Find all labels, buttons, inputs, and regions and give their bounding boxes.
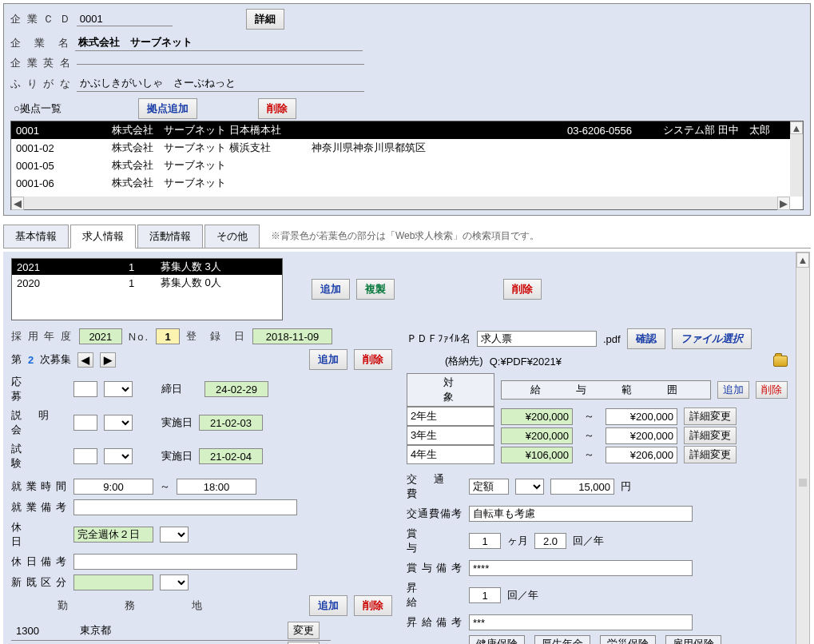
salary-detail-button[interactable]: 詳細変更 [684, 446, 737, 463]
table-row[interactable]: 0001-02株式会社 サーブネット 横浜支社神奈川県神奈川県都筑区 [11, 139, 803, 157]
location-table[interactable]: 1300東京都変更3300岡山県変更3400広島県変更 [11, 621, 331, 644]
table-row[interactable]: 3300岡山県変更 [11, 641, 331, 645]
regdate-label: 登 録 日 [186, 329, 246, 344]
scroll-right-icon[interactable]: ▶ [777, 197, 790, 210]
bonus-months[interactable] [469, 533, 501, 549]
deadline-field[interactable] [204, 381, 268, 397]
table-row[interactable]: 1300東京都変更 [11, 621, 331, 641]
rec-pre: 第 [11, 352, 22, 367]
loc-del-button[interactable]: 削除 [354, 595, 392, 616]
company-name: 株式会社 サーブネット [75, 34, 363, 51]
salary-row: 4年生¥106,000～¥206,000詳細変更 [407, 445, 788, 464]
scroll-left-icon[interactable]: ◀ [11, 197, 24, 210]
trans-type-select[interactable] [515, 479, 544, 495]
raise-times[interactable] [469, 587, 501, 603]
outer-scroll-up-icon[interactable]: ▲ [796, 252, 809, 268]
salary-from: ¥200,000 [501, 408, 573, 425]
holiday-field[interactable] [73, 527, 153, 543]
company-code-label: 企 業 Ｃ Ｄ [10, 12, 72, 26]
newret-select[interactable] [160, 574, 189, 590]
insurance-item: 雇用保険 [665, 635, 721, 644]
table-row[interactable]: 0001-05株式会社 サーブネット [11, 157, 803, 174]
loc-add-button[interactable]: 追加 [309, 595, 347, 616]
regdate-field[interactable] [252, 328, 332, 344]
brief-input[interactable] [73, 415, 97, 431]
pdf-choose-button[interactable]: ファイル選択 [672, 328, 752, 349]
salary-to: ¥206,000 [606, 447, 677, 463]
branch-scroll-y[interactable]: ▲ [790, 121, 803, 197]
tab-other[interactable]: その他 [204, 225, 260, 248]
table-row[interactable]: 20201募集人数 0人 [12, 275, 282, 291]
holiday-note[interactable] [73, 554, 297, 570]
salary-detail-button[interactable]: 詳細変更 [684, 407, 737, 425]
trans-type[interactable] [469, 479, 509, 495]
trans-note[interactable] [469, 506, 693, 522]
rec-next-button[interactable]: ▶ [100, 352, 116, 368]
brief-select[interactable] [104, 415, 133, 431]
salary-add-button[interactable]: 追加 [717, 381, 749, 399]
tab-basic[interactable]: 基本情報 [3, 225, 69, 248]
outer-scroll-grip-icon[interactable] [799, 479, 807, 487]
exam-date-label: 実施日 [161, 449, 193, 463]
branch-scroll-x[interactable]: ◀ ▶ [11, 197, 790, 209]
loc-change-button[interactable]: 変更 [288, 622, 320, 639]
newret-field[interactable] [73, 574, 153, 590]
salary-target-h: 対 象 [407, 373, 494, 407]
newret-label: 新 既 区 分 [11, 575, 67, 590]
salary-detail-button[interactable]: 詳細変更 [684, 427, 737, 444]
bonus-note[interactable] [469, 560, 693, 576]
insurance-item: 厚生年金 [534, 635, 590, 644]
bonus-times[interactable] [534, 533, 566, 549]
exam-input[interactable] [73, 448, 97, 464]
company-kana: かぶしきがいしゃ さーぶねっと [77, 75, 364, 92]
posting-add-button[interactable]: 追加 [312, 279, 350, 300]
no-field[interactable] [156, 328, 180, 344]
branch-grid[interactable]: 0001株式会社 サーブネット 日本橋本社03-6206-0556システム部 田… [10, 121, 804, 210]
insurance-label: 雇用保険 [665, 635, 721, 644]
outer-scrollbar[interactable]: ▲ ▼ [796, 252, 810, 644]
table-row[interactable]: 0001-06株式会社 サーブネット [11, 174, 803, 192]
rec-prev-button[interactable]: ◀ [77, 352, 93, 368]
exam-select[interactable] [104, 448, 133, 464]
branch-add-button[interactable]: 拠点追加 [138, 98, 197, 119]
posting-del-button[interactable]: 削除 [503, 279, 542, 300]
year-label: 採 用 年 度 [11, 329, 73, 344]
bonus-label: 賞 与 [407, 527, 463, 555]
rec-add-button[interactable]: 追加 [309, 349, 347, 370]
tab-activity[interactable]: 活動情報 [137, 225, 203, 248]
holiday-select[interactable] [160, 527, 189, 543]
work-note[interactable] [73, 499, 297, 515]
branch-delete-button[interactable]: 削除 [258, 98, 296, 119]
salary-del-button[interactable]: 削除 [756, 381, 788, 399]
salary-target: 4年生 [407, 445, 494, 464]
company-detail-button[interactable]: 詳細 [246, 9, 284, 30]
trans-amount[interactable] [550, 479, 614, 495]
raise-note-label: 昇 給 備 考 [407, 615, 463, 630]
work-to[interactable] [177, 479, 256, 495]
insurance-label: 労災保険 [600, 635, 656, 644]
table-row[interactable]: 20211募集人数 3人 [12, 259, 282, 275]
tab-note: ※背景色が若葉色の部分は「Web求人検索」の検索項目です。 [271, 229, 539, 243]
pdf-confirm-button[interactable]: 確認 [627, 328, 665, 349]
rec-del-button[interactable]: 削除 [354, 349, 392, 370]
salary-target: 3年生 [407, 426, 494, 445]
brief-date-field[interactable] [199, 415, 263, 431]
exam-date-field[interactable] [199, 448, 263, 464]
scroll-up-icon[interactable]: ▲ [790, 121, 803, 134]
table-row[interactable]: 0001株式会社 サーブネット 日本橋本社03-6206-0556システム部 田… [11, 121, 803, 139]
apply-select[interactable] [104, 381, 133, 397]
company-name-label: 企 業 名 [10, 36, 70, 50]
salary-row: 3年生¥200,000～¥200,000詳細変更 [407, 426, 788, 445]
posting-list[interactable]: 20211募集人数 3人20201募集人数 0人 [11, 258, 283, 320]
pdf-name-field[interactable] [477, 331, 597, 347]
pdf-folder-label: (格納先) [445, 354, 483, 368]
work-from[interactable] [73, 479, 153, 495]
folder-icon[interactable] [773, 356, 788, 367]
posting-dup-button[interactable]: 複製 [356, 279, 395, 300]
bonus-times-unit: 回／年 [573, 534, 604, 548]
tab-job[interactable]: 求人情報 [70, 225, 136, 248]
insurance-item: 健康保険 [469, 635, 525, 644]
year-field[interactable] [79, 328, 122, 344]
raise-note[interactable] [469, 614, 693, 630]
apply-input[interactable] [73, 381, 97, 397]
